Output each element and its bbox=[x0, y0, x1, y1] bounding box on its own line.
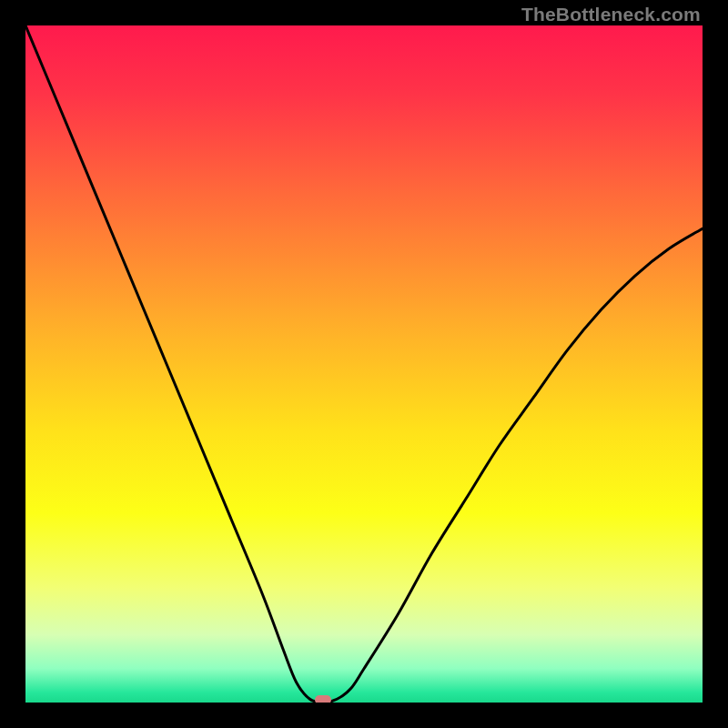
plot-svg bbox=[25, 25, 703, 703]
watermark-text: TheBottleneck.com bbox=[521, 4, 701, 25]
optimal-marker bbox=[315, 695, 331, 703]
gradient-background bbox=[25, 25, 703, 703]
plot-area bbox=[25, 25, 703, 703]
chart-frame: TheBottleneck.com bbox=[0, 0, 728, 728]
